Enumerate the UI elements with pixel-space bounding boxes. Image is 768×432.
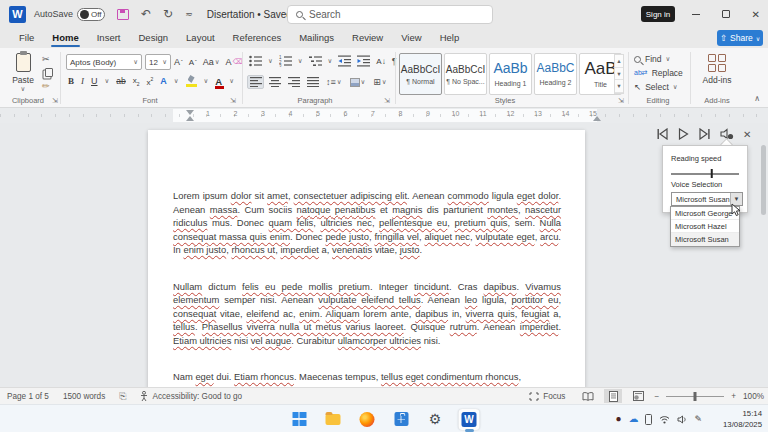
underline-button[interactable]: U <box>91 76 98 86</box>
voice-option[interactable]: Microsoft George <box>671 207 739 220</box>
microsoft-store-icon[interactable] <box>391 409 412 430</box>
select-button[interactable]: ↖Select∨ <box>634 82 683 92</box>
justify-button[interactable] <box>304 75 321 89</box>
change-case-button[interactable]: Aa∨ <box>200 54 223 70</box>
reading-speed-slider[interactable] <box>671 170 739 177</box>
wifi-icon[interactable] <box>659 415 670 424</box>
sort-button[interactable]: A↓ <box>376 57 385 66</box>
strikethrough-button[interactable]: ab <box>116 76 125 86</box>
word-taskbar-icon[interactable]: W <box>459 409 480 430</box>
previous-paragraph-icon[interactable] <box>656 128 669 140</box>
taskbar-clock[interactable]: 15:14 13/08/2025 <box>723 408 762 430</box>
save-icon[interactable] <box>117 9 129 20</box>
close-icon[interactable]: ✕ <box>752 9 760 20</box>
align-left-button[interactable] <box>247 75 264 89</box>
close-read-aloud-icon[interactable]: ✕ <box>743 129 751 140</box>
borders-button[interactable]: ⊞∨ <box>370 74 389 90</box>
collapse-ribbon-icon[interactable]: ∧ <box>754 94 760 103</box>
style-card[interactable]: AaBbCcI¶ No Spac... <box>444 53 487 95</box>
font-family-combo[interactable]: Aptos (Body)∨ <box>66 54 142 70</box>
file-explorer-icon[interactable] <box>323 409 344 430</box>
zoom-slider[interactable] <box>666 396 724 397</box>
line-spacing-button[interactable]: ↕≡∨ <box>323 74 345 90</box>
share-button[interactable]: ⇧ Share ∨ <box>717 30 763 46</box>
tab-view[interactable]: View <box>392 29 430 47</box>
styles-dialog-launcher[interactable]: ⇲ <box>618 97 624 105</box>
gallery-up-icon[interactable]: ▲ <box>615 55 623 68</box>
tab-file[interactable]: File <box>10 29 43 47</box>
cut-icon[interactable]: ✂ <box>42 54 53 64</box>
tray-app-icon[interactable]: ● <box>615 414 621 424</box>
copy-icon[interactable] <box>45 68 53 77</box>
customize-qat-icon[interactable]: ≂ <box>185 9 193 19</box>
tab-references[interactable]: References <box>224 29 291 47</box>
shrink-font-button[interactable]: Aˇ <box>186 54 200 70</box>
start-button[interactable] <box>289 409 310 430</box>
zoom-out-icon[interactable]: − <box>654 392 659 401</box>
numbering-button[interactable]: 123 <box>279 55 292 67</box>
undo-icon[interactable]: ↶ <box>141 7 151 21</box>
style-card[interactable]: AaBbCHeading 2 <box>534 53 577 95</box>
multilevel-list-button[interactable] <box>309 55 322 67</box>
tab-home[interactable]: Home <box>43 29 87 47</box>
maximize-icon[interactable] <box>722 10 730 18</box>
print-layout-button[interactable] <box>604 389 622 403</box>
highlight-button[interactable] <box>186 75 197 87</box>
italic-button[interactable]: I <box>81 76 84 86</box>
word-logo-icon[interactable]: W <box>9 6 26 23</box>
decrease-indent-button[interactable] <box>338 55 351 67</box>
tab-layout[interactable]: Layout <box>177 29 224 47</box>
voice-option[interactable]: Microsoft Susan <box>671 233 739 246</box>
hanging-indent-marker[interactable] <box>186 116 194 121</box>
style-card[interactable]: AaBbHeading 1 <box>489 53 532 95</box>
document-text[interactable]: Lorem ipsum dolor sit amet, consectetuer… <box>173 189 561 387</box>
align-right-button[interactable] <box>285 75 302 89</box>
reading-speed-thumb[interactable] <box>711 169 714 178</box>
voice-option[interactable]: Microsoft Hazel <box>671 220 739 233</box>
paste-button[interactable]: Paste ∨ <box>8 53 38 101</box>
autosave-control[interactable]: AutoSave Off <box>34 8 105 21</box>
font-dialog-launcher[interactable]: ⇲ <box>230 97 236 105</box>
tab-design[interactable]: Design <box>129 29 177 47</box>
add-ins-button[interactable]: Add-ins <box>697 54 737 85</box>
autosave-toggle[interactable]: Off <box>77 8 105 21</box>
subscript-button[interactable]: x2 <box>133 76 140 87</box>
replace-button[interactable]: ab⇄Replace <box>634 68 683 78</box>
phone-link-icon[interactable] <box>645 414 652 425</box>
text-effects-button[interactable]: A <box>160 76 167 86</box>
font-size-combo[interactable]: 12∨ <box>145 54 171 70</box>
superscript-button[interactable]: x2 <box>147 76 154 87</box>
gallery-down-icon[interactable]: ▼ <box>615 68 623 81</box>
firefox-icon[interactable] <box>357 409 378 430</box>
horizontal-ruler[interactable]: 123456789101112131415 <box>0 108 768 123</box>
minimize-icon[interactable] <box>692 14 700 15</box>
next-paragraph-icon[interactable] <box>698 128 711 140</box>
vertical-scrollbar[interactable] <box>761 145 766 215</box>
zoom-percent[interactable]: 100% <box>743 392 764 401</box>
paragraph[interactable]: Lorem ipsum dolor sit amet, consectetuer… <box>173 189 561 257</box>
tab-mailings[interactable]: Mailings <box>290 29 343 47</box>
font-color-button[interactable]: A <box>215 77 222 86</box>
increase-indent-button[interactable] <box>357 55 370 67</box>
web-layout-button[interactable] <box>629 389 647 403</box>
redo-icon[interactable]: ↻ <box>163 7 173 21</box>
paragraph[interactable]: Nam eget dui. Etiam rhoncus. Maecenas te… <box>173 370 561 384</box>
clipboard-dialog-launcher[interactable]: ⇲ <box>52 97 58 105</box>
paragraph-dialog-launcher[interactable]: ⇲ <box>384 97 390 105</box>
right-indent-marker[interactable] <box>593 116 601 121</box>
shading-button[interactable]: ∨ <box>347 74 369 90</box>
tab-review[interactable]: Review <box>343 29 392 47</box>
paragraph[interactable]: Nullam dictum felis eu pede mollis preti… <box>173 280 561 348</box>
document-page[interactable]: Lorem ipsum dolor sit amet, consectetuer… <box>148 130 585 387</box>
tab-help[interactable]: Help <box>431 29 469 47</box>
search-input[interactable]: Search <box>287 5 493 24</box>
style-card[interactable]: AaBbCcI¶ Normal <box>399 53 442 95</box>
zoom-slider-thumb[interactable] <box>694 392 697 401</box>
read-mode-button[interactable] <box>579 389 597 403</box>
settings-icon[interactable]: ⚙ <box>425 409 446 430</box>
speaker-icon[interactable] <box>677 415 687 424</box>
sign-in-button[interactable]: Sign in <box>641 6 675 22</box>
bold-button[interactable]: B <box>68 76 74 86</box>
word-count[interactable]: 1500 words <box>56 392 112 401</box>
first-line-indent-marker[interactable] <box>186 110 194 115</box>
